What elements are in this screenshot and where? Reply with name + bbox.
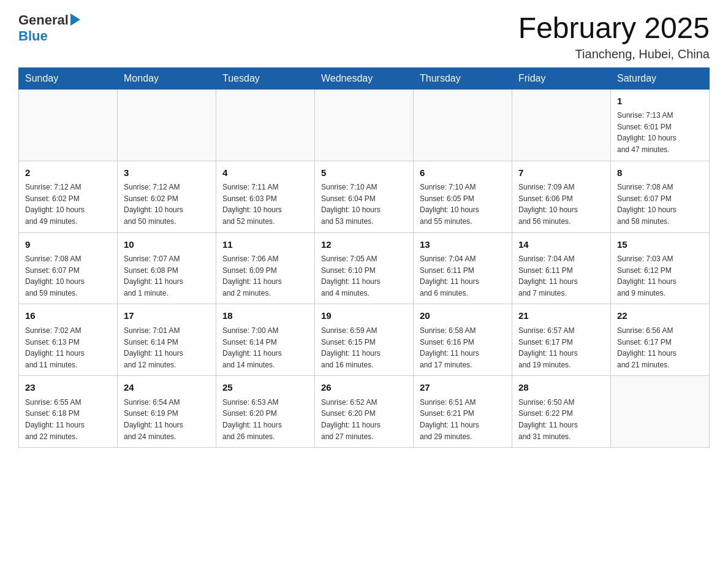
calendar-cell: 26Sunrise: 6:52 AM Sunset: 6:20 PM Dayli… [315,376,414,448]
calendar-cell: 17Sunrise: 7:01 AM Sunset: 6:14 PM Dayli… [118,304,216,376]
calendar-week-row: 16Sunrise: 7:02 AM Sunset: 6:13 PM Dayli… [19,304,710,376]
day-info: Sunrise: 7:06 AM Sunset: 6:09 PM Dayligh… [222,253,308,299]
calendar-cell [19,89,118,161]
calendar-cell: 22Sunrise: 6:56 AM Sunset: 6:17 PM Dayli… [611,304,710,376]
weekday-header-friday: Friday [512,67,611,89]
calendar-cell [414,89,512,161]
day-info: Sunrise: 7:03 AM Sunset: 6:12 PM Dayligh… [617,253,703,299]
calendar-cell: 4Sunrise: 7:11 AM Sunset: 6:03 PM Daylig… [216,161,315,232]
weekday-header-monday: Monday [118,67,216,89]
day-info: Sunrise: 7:09 AM Sunset: 6:06 PM Dayligh… [518,182,604,227]
day-info: Sunrise: 7:12 AM Sunset: 6:02 PM Dayligh… [124,182,210,227]
calendar-body: 1Sunrise: 7:13 AM Sunset: 6:01 PM Daylig… [19,89,710,447]
logo-triangle-icon [70,13,80,26]
calendar-cell: 15Sunrise: 7:03 AM Sunset: 6:12 PM Dayli… [611,232,710,304]
day-info: Sunrise: 7:04 AM Sunset: 6:11 PM Dayligh… [518,253,604,299]
day-number: 2 [25,166,111,180]
day-number: 25 [222,381,308,395]
day-info: Sunrise: 6:58 AM Sunset: 6:16 PM Dayligh… [420,325,506,370]
calendar-cell: 23Sunrise: 6:55 AM Sunset: 6:18 PM Dayli… [19,376,118,448]
day-number: 10 [124,238,210,252]
calendar-cell [315,89,414,161]
calendar-cell: 20Sunrise: 6:58 AM Sunset: 6:16 PM Dayli… [414,304,512,376]
calendar-cell: 16Sunrise: 7:02 AM Sunset: 6:13 PM Dayli… [19,304,118,376]
weekday-header-tuesday: Tuesday [216,67,315,89]
day-number: 24 [124,381,210,395]
logo-general-text: General [18,12,69,28]
day-info: Sunrise: 7:10 AM Sunset: 6:05 PM Dayligh… [420,182,506,227]
page-header: General Blue February 2025 Tiancheng, Hu… [18,12,710,61]
day-number: 1 [617,94,703,109]
weekday-header-saturday: Saturday [611,67,710,89]
weekday-header-thursday: Thursday [414,67,512,89]
calendar-cell: 11Sunrise: 7:06 AM Sunset: 6:09 PM Dayli… [216,232,315,304]
logo-blue-text: Blue [18,28,48,44]
day-number: 9 [25,238,111,252]
day-info: Sunrise: 6:56 AM Sunset: 6:17 PM Dayligh… [617,325,703,370]
day-number: 11 [222,238,308,252]
calendar-cell [611,376,710,448]
logo: General Blue [18,12,80,44]
calendar-week-row: 9Sunrise: 7:08 AM Sunset: 6:07 PM Daylig… [19,232,710,304]
day-info: Sunrise: 6:54 AM Sunset: 6:19 PM Dayligh… [124,397,210,442]
calendar-cell: 28Sunrise: 6:50 AM Sunset: 6:22 PM Dayli… [512,376,611,448]
calendar-cell: 5Sunrise: 7:10 AM Sunset: 6:04 PM Daylig… [315,161,414,232]
calendar-week-row: 23Sunrise: 6:55 AM Sunset: 6:18 PM Dayli… [19,376,710,448]
day-info: Sunrise: 7:08 AM Sunset: 6:07 PM Dayligh… [617,182,703,227]
day-info: Sunrise: 7:12 AM Sunset: 6:02 PM Dayligh… [25,182,111,227]
calendar-cell: 24Sunrise: 6:54 AM Sunset: 6:19 PM Dayli… [118,376,216,448]
calendar-cell [512,89,611,161]
day-info: Sunrise: 6:57 AM Sunset: 6:17 PM Dayligh… [518,325,604,370]
day-info: Sunrise: 7:04 AM Sunset: 6:11 PM Dayligh… [420,253,506,299]
day-info: Sunrise: 6:51 AM Sunset: 6:21 PM Dayligh… [420,397,506,442]
day-number: 13 [420,238,506,252]
day-info: Sunrise: 6:53 AM Sunset: 6:20 PM Dayligh… [222,397,308,442]
calendar-cell: 3Sunrise: 7:12 AM Sunset: 6:02 PM Daylig… [118,161,216,232]
day-number: 26 [321,381,407,395]
day-number: 27 [420,381,506,395]
day-info: Sunrise: 7:00 AM Sunset: 6:14 PM Dayligh… [222,325,308,370]
day-info: Sunrise: 7:02 AM Sunset: 6:13 PM Dayligh… [25,325,111,370]
day-number: 28 [518,381,604,395]
calendar-cell: 21Sunrise: 6:57 AM Sunset: 6:17 PM Dayli… [512,304,611,376]
day-number: 20 [420,309,506,323]
day-number: 23 [25,381,111,395]
day-number: 12 [321,238,407,252]
day-info: Sunrise: 7:01 AM Sunset: 6:14 PM Dayligh… [124,325,210,370]
calendar-cell: 27Sunrise: 6:51 AM Sunset: 6:21 PM Dayli… [414,376,512,448]
calendar-cell: 6Sunrise: 7:10 AM Sunset: 6:05 PM Daylig… [414,161,512,232]
title-section: February 2025 Tiancheng, Hubei, China [518,12,710,61]
calendar-table: SundayMondayTuesdayWednesdayThursdayFrid… [18,67,710,448]
day-number: 8 [617,166,703,180]
weekday-header-wednesday: Wednesday [315,67,414,89]
day-number: 17 [124,309,210,323]
day-number: 19 [321,309,407,323]
calendar-title: February 2025 [518,12,710,45]
day-info: Sunrise: 7:10 AM Sunset: 6:04 PM Dayligh… [321,182,407,227]
day-info: Sunrise: 6:55 AM Sunset: 6:18 PM Dayligh… [25,397,111,442]
day-number: 7 [518,166,604,180]
day-number: 15 [617,238,703,252]
day-number: 14 [518,238,604,252]
calendar-cell: 7Sunrise: 7:09 AM Sunset: 6:06 PM Daylig… [512,161,611,232]
day-info: Sunrise: 6:50 AM Sunset: 6:22 PM Dayligh… [518,397,604,442]
day-info: Sunrise: 7:07 AM Sunset: 6:08 PM Dayligh… [124,253,210,299]
calendar-cell [216,89,315,161]
calendar-cell: 18Sunrise: 7:00 AM Sunset: 6:14 PM Dayli… [216,304,315,376]
day-info: Sunrise: 6:52 AM Sunset: 6:20 PM Dayligh… [321,397,407,442]
calendar-week-row: 1Sunrise: 7:13 AM Sunset: 6:01 PM Daylig… [19,89,710,161]
calendar-cell: 12Sunrise: 7:05 AM Sunset: 6:10 PM Dayli… [315,232,414,304]
calendar-cell: 13Sunrise: 7:04 AM Sunset: 6:11 PM Dayli… [414,232,512,304]
calendar-week-row: 2Sunrise: 7:12 AM Sunset: 6:02 PM Daylig… [19,161,710,232]
day-info: Sunrise: 7:05 AM Sunset: 6:10 PM Dayligh… [321,253,407,299]
day-number: 22 [617,309,703,323]
day-info: Sunrise: 6:59 AM Sunset: 6:15 PM Dayligh… [321,325,407,370]
calendar-cell: 9Sunrise: 7:08 AM Sunset: 6:07 PM Daylig… [19,232,118,304]
day-number: 18 [222,309,308,323]
calendar-cell [118,89,216,161]
day-number: 4 [222,166,308,180]
day-number: 6 [420,166,506,180]
weekday-header-row: SundayMondayTuesdayWednesdayThursdayFrid… [19,67,710,89]
calendar-cell: 19Sunrise: 6:59 AM Sunset: 6:15 PM Dayli… [315,304,414,376]
calendar-cell: 1Sunrise: 7:13 AM Sunset: 6:01 PM Daylig… [611,89,710,161]
